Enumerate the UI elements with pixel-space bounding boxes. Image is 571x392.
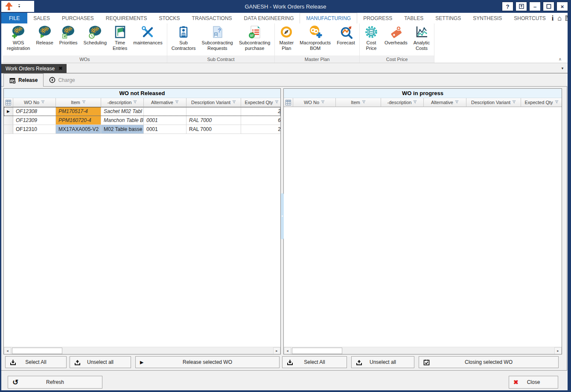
filter-icon[interactable] [82, 100, 86, 105]
ribbon-item-time-entries[interactable]: Time Entries [110, 24, 130, 51]
column-header-label: Description Variant [191, 100, 230, 105]
ribbon-item-priorities[interactable]: Priorities [56, 24, 81, 46]
wo-not-released-panel: WO not Released WO NoItem-descriptionAlt… [3, 88, 281, 354]
ribbon-item-wos-registration[interactable]: WOS registration [4, 24, 33, 51]
ribbon-tab-transactions[interactable]: TRANSACTIONS [186, 13, 238, 23]
column-header-alternative[interactable]: Alternative [424, 98, 466, 107]
popout-button[interactable] [516, 2, 527, 11]
filter-icon[interactable] [275, 100, 279, 105]
ribbon-item-release[interactable]: Release [33, 24, 56, 46]
column-header-description-variant[interactable]: Description Variant [466, 98, 521, 107]
scrollbar-thumb[interactable] [292, 348, 342, 354]
unselect-all-button[interactable]: Unselect all [351, 356, 414, 368]
column-header-expected-qty[interactable]: Expected Qty [241, 98, 280, 107]
collapse-ribbon-icon[interactable]: ∧ [559, 57, 562, 61]
ribbon-tab-purchases[interactable]: PURCHASES [56, 13, 100, 23]
macroproducts-bom-icon [308, 25, 323, 39]
filter-icon[interactable] [133, 100, 137, 105]
filter-icon[interactable] [362, 100, 366, 105]
ribbon-group-items: Sub Contractors?Subcontracting RequestsS… [167, 23, 275, 55]
ribbon-tab-manufacturing[interactable]: MANUFACTURING [300, 13, 357, 23]
ribbon-tab-tables[interactable]: TABLES [398, 13, 429, 23]
ribbon-item-subcontracting-purchase[interactable]: STSubcontracting purchase [236, 24, 273, 51]
select-all-corner[interactable] [4, 98, 13, 107]
ribbon-tab-sales[interactable]: SALES [27, 13, 56, 23]
ribbon-tab-progress[interactable]: PROGRESS [357, 13, 398, 23]
ribbon-item-subcontracting-requests[interactable]: ?Subcontracting Requests [199, 24, 236, 51]
panel-splitter-handle[interactable] [281, 193, 284, 239]
column-header-alternative[interactable]: Alternative [144, 98, 186, 107]
filter-icon[interactable] [41, 100, 45, 105]
table-row[interactable]: OF12310MX17AXA005-V2M02 Table basse0001R… [4, 125, 280, 134]
column-header-description[interactable]: -description [381, 98, 424, 107]
view-tab-label: Charge [58, 77, 75, 83]
ribbon-tab-settings[interactable]: SETTINGS [429, 13, 467, 23]
refresh-button[interactable]: ↺ Refresh [8, 376, 102, 389]
filter-icon[interactable] [455, 100, 459, 105]
unselect-all-button[interactable]: Unselect all [70, 356, 131, 368]
row-header[interactable] [4, 116, 13, 125]
view-tab-release[interactable]: Release [3, 73, 44, 87]
filter-icon[interactable] [321, 100, 325, 105]
row-header[interactable]: ▶ [4, 107, 13, 116]
filter-icon[interactable] [512, 100, 516, 105]
ribbon-item-sub-contractors[interactable]: Sub Contractors [169, 24, 199, 51]
column-header-wo-no[interactable]: WO No [293, 98, 336, 107]
filter-icon[interactable] [413, 100, 417, 105]
maximize-button[interactable] [543, 2, 554, 11]
info-icon[interactable]: i [552, 15, 554, 22]
ribbon-item-forecast[interactable]: Forecast [334, 24, 358, 46]
filter-icon[interactable] [232, 100, 236, 105]
column-header-item[interactable]: Item [56, 98, 101, 107]
select-all-button[interactable]: Select All [5, 356, 67, 368]
column-header-wo-no[interactable]: WO No [13, 98, 56, 107]
closing-selected-wo-button[interactable]: Closing selected WO [419, 356, 559, 368]
close-button[interactable]: × [556, 2, 568, 11]
ribbon-item-maintenances[interactable]: maintenances [130, 24, 166, 46]
grid-body[interactable] [284, 107, 562, 347]
ribbon-item-scheduling[interactable]: Scheduling [81, 24, 110, 46]
horizontal-scrollbar[interactable]: ◄ ► [4, 347, 280, 354]
scroll-right-icon[interactable]: ► [554, 347, 562, 354]
ribbon-item-macroproducts-bom[interactable]: Macroproducts BOM [297, 24, 334, 51]
table-row[interactable]: OF12309PPM160720-4Manchon Table B0001RAL… [4, 116, 280, 125]
close-button[interactable]: ✖ Close [509, 376, 558, 389]
ribbon-tab-synthesis[interactable]: SYNTHESIS [467, 13, 508, 23]
home-icon[interactable]: ⌂ [557, 15, 562, 22]
document-tab[interactable]: Work Orders Release ✖ [1, 64, 67, 73]
select-all-corner[interactable] [284, 98, 293, 107]
release-selected-wo-button[interactable]: ▶Release selected WO [135, 356, 280, 368]
view-tab-charge[interactable]: Charge [44, 73, 80, 87]
column-header-description-variant[interactable]: Description Variant [186, 98, 241, 107]
filter-icon[interactable] [555, 100, 559, 105]
scrollbar-thumb[interactable] [12, 348, 62, 354]
filter-icon[interactable] [175, 100, 179, 105]
row-header[interactable] [4, 125, 13, 134]
close-document-icon[interactable]: ✖ [58, 66, 62, 71]
scroll-left-icon[interactable]: ◄ [4, 347, 11, 354]
ribbon-tab-data-engineering[interactable]: DATA ENGINEERING [238, 13, 300, 23]
table-row[interactable]: ▶OF12308PM170517-4Sachet M02 Tabl2 [4, 107, 280, 116]
help-button[interactable]: ? [502, 2, 513, 11]
column-header-item[interactable]: Item [336, 98, 381, 107]
ribbon-item-overheads[interactable]: Overheads [382, 24, 411, 46]
ribbon-group-label: WOs [3, 55, 167, 63]
ribbon-item-label: WOS registration [7, 40, 30, 51]
ribbon-item-master-plan[interactable]: Master Plan [276, 24, 297, 51]
ribbon-tab-stocks[interactable]: STOCKS [153, 13, 186, 23]
select-all-button[interactable]: Select All [282, 356, 347, 368]
ribbon-item-cost-price[interactable]: Cost Price [361, 24, 382, 51]
ribbon-item-analytic-costs[interactable]: Analytic Costs [411, 24, 433, 51]
ribbon-tab-file[interactable]: FILE [1, 13, 27, 23]
minimize-button[interactable]: – [529, 2, 541, 11]
grid-body[interactable]: ▶OF12308PM170517-4Sachet M02 Tabl2OF1230… [4, 107, 280, 347]
ribbon-tab-shortcuts[interactable]: SHORTCUTS [508, 13, 551, 23]
ribbon-item-label: Macroproducts BOM [300, 40, 331, 51]
column-header-expected-qty[interactable]: Expected Qty [521, 98, 562, 107]
column-header-description[interactable]: -description [101, 98, 144, 107]
document-list-dropdown-icon[interactable]: ▼ [561, 67, 568, 70]
scroll-right-icon[interactable]: ► [273, 347, 280, 354]
horizontal-scrollbar[interactable]: ◄ ► [284, 347, 562, 354]
ribbon-tab-requirements[interactable]: REQUIREMENTS [100, 13, 153, 23]
scroll-left-icon[interactable]: ◄ [284, 347, 291, 354]
